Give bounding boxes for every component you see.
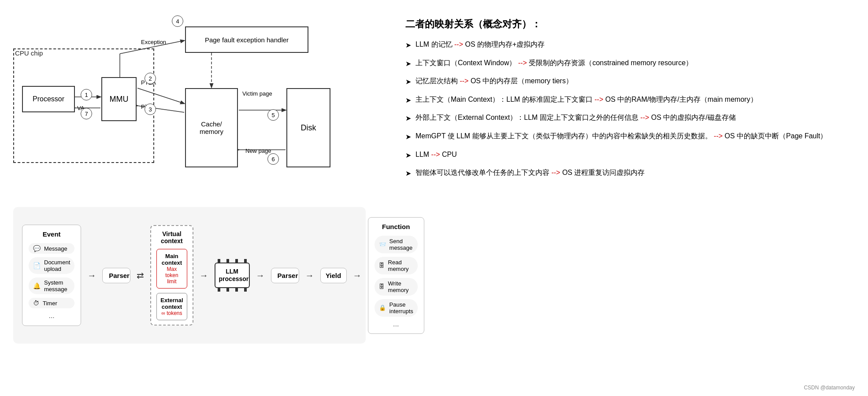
function-read-memory: 🗄 Read memory — [375, 257, 418, 274]
bullet-arrow-6: ➤ — [405, 131, 411, 143]
bullet-arrow-3: ➤ — [405, 76, 411, 88]
write-memory-icon: 🗄 — [379, 283, 385, 290]
main-context-box: Main context Max token limit — [156, 249, 187, 289]
ext-context-box: External context ∞ tokens — [156, 293, 187, 320]
step-6: 6 — [267, 153, 279, 165]
function-panel: Function 📨 Send message 🗄 Read memory 🗄 … — [368, 217, 424, 334]
llm-processor-container: LLMprocessor — [215, 259, 250, 292]
mmu-box: MMU — [101, 77, 137, 121]
step-5: 5 — [267, 109, 279, 121]
tooth — [218, 288, 220, 292]
bullet-4: ➤ 主上下文（Main Context）：LLM 的标准固定上下文窗口 --> … — [405, 94, 842, 106]
bullet-7: ➤ LLM --> CPU — [405, 149, 842, 161]
step-2: 2 — [145, 73, 156, 84]
event-title: Event — [29, 230, 74, 238]
ext-context-title: External context — [160, 297, 183, 310]
bullet-arrow-7: ➤ — [405, 150, 411, 161]
tooth — [226, 288, 229, 292]
right-panel: 二者的映射关系（概念对齐）： ➤ LLM 的记忆 --> OS 的物理内存+虚拟… — [392, 9, 855, 387]
event-item-timer: ⏱ Timer — [29, 298, 74, 308]
step-1: 1 — [81, 89, 92, 100]
function-send-message: 📨 Send message — [375, 236, 418, 253]
virtual-context-box: Virtual context Main context Max token l… — [150, 225, 193, 326]
bullet-2: ➤ 上下文窗口（Context Window） --> 受限制的内存资源（con… — [405, 57, 842, 70]
bullet-arrow-4: ➤ — [405, 95, 411, 106]
vc-title: Virtual context — [156, 230, 187, 244]
parser-1-box: Parser — [102, 268, 130, 283]
tooth — [235, 288, 238, 292]
tooth — [218, 259, 220, 263]
function-write-memory: 🗄 Write memory — [375, 278, 418, 296]
yield-box: Yield — [320, 268, 347, 283]
event-item-system: 🔔 System message — [29, 278, 74, 294]
arrow-yield-function: → — [353, 270, 362, 281]
event-panel: Event 💬 Message 📄 Document upload 🔔 Syst… — [22, 225, 81, 326]
disk-box: Disk — [286, 88, 330, 167]
main-context-sub: Max token limit — [160, 266, 183, 285]
victim-page-label: Victim page — [242, 90, 272, 97]
bullet-arrow-1: ➤ — [405, 40, 411, 51]
bullet-arrow-8: ➤ — [405, 168, 411, 179]
bullet-arrow-2: ➤ — [405, 58, 411, 70]
function-pause-interrupts: 🔒 Pause interrupts — [375, 299, 418, 317]
function-title: Function — [375, 223, 418, 230]
exception-label: Exception — [141, 39, 166, 45]
pf-handler-box: Page fault exception handler — [185, 26, 308, 53]
bottom-diagram: Event 💬 Message 📄 Document upload 🔔 Syst… — [13, 207, 366, 344]
bullet-8: ➤ 智能体可以迭代修改单个任务的上下文内容 --> OS 进程重复访问虚拟内存 — [405, 167, 842, 179]
llm-label: LLMprocessor — [219, 268, 249, 282]
function-dots: ... — [375, 320, 418, 328]
bullet-6: ➤ MemGPT 使 LLM 能够从主要上下文（类似于物理内存）中的内容中检索缺… — [405, 130, 842, 143]
llm-processor-box: LLMprocessor — [215, 263, 250, 288]
chip-teeth-bottom — [215, 288, 250, 292]
bullet-3: ➤ 记忆层次结构 --> OS 中的内存层（memory tiers） — [405, 75, 842, 88]
event-item-message: 💬 Message — [29, 243, 74, 254]
footer-credit: CSDN @datamonday — [804, 385, 855, 391]
send-message-icon: 📨 — [379, 241, 386, 248]
read-memory-icon: 🗄 — [379, 262, 385, 269]
chip-teeth-top — [215, 259, 250, 263]
tooth — [226, 259, 229, 263]
timer-icon: ⏱ — [33, 300, 39, 307]
parser-2-box: Parser — [271, 268, 299, 283]
message-icon: 💬 — [33, 245, 41, 252]
main-context-title: Main context — [160, 253, 183, 266]
arrow-parser2-yield: → — [305, 270, 314, 281]
event-item-document: 📄 Document upload — [29, 257, 74, 274]
arrow-parser-vc: ⇄ — [137, 270, 144, 281]
system-icon: 🔔 — [33, 282, 41, 289]
step-4: 4 — [172, 15, 183, 27]
processor-box: Processor — [22, 86, 75, 112]
top-diagram: CPU chip Processor MMU Page fault except… — [13, 13, 366, 198]
arrow-event-parser: → — [87, 270, 96, 281]
tooth — [244, 259, 247, 263]
new-page-label: New page — [245, 148, 271, 154]
ext-context-sub: ∞ tokens — [160, 310, 183, 316]
event-dots: ... — [29, 312, 74, 320]
cpu-chip-label: CPU chip — [15, 49, 43, 57]
right-title: 二者的映射关系（概念对齐）： — [405, 18, 842, 31]
step-7: 7 — [81, 108, 92, 119]
cache-box: Cache/memory — [185, 88, 238, 167]
tooth — [235, 259, 238, 263]
step-3: 3 — [145, 104, 156, 115]
arrow-vc-llm: → — [200, 270, 208, 281]
arrow-llm-parser2: → — [256, 270, 265, 281]
document-icon: 📄 — [33, 262, 41, 269]
bullet-1: ➤ LLM 的记忆 --> OS 的物理内存+虚拟内存 — [405, 39, 842, 51]
bullet-5: ➤ 外部上下文（External Context）：LLM 固定上下文窗口之外的… — [405, 112, 842, 124]
pause-interrupts-icon: 🔒 — [379, 304, 386, 311]
tooth — [244, 288, 247, 292]
bullet-arrow-5: ➤ — [405, 113, 411, 124]
